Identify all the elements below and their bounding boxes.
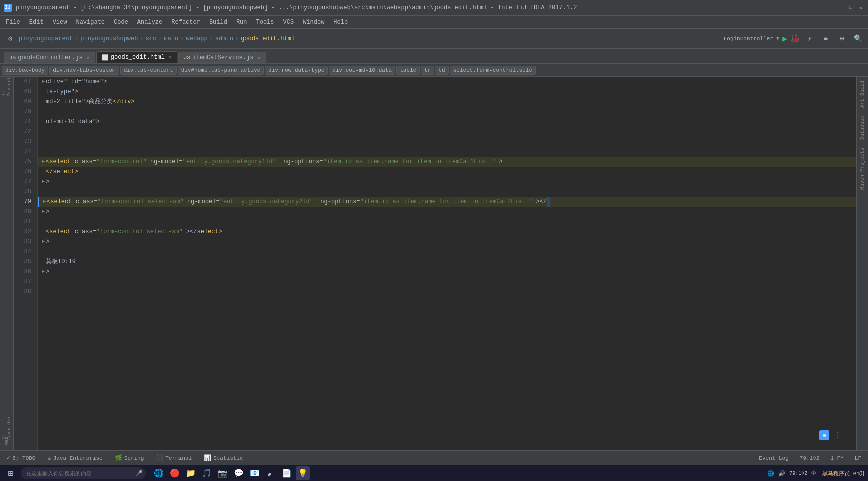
menu-code[interactable]: Code bbox=[110, 18, 132, 27]
taskbar-app-camera[interactable]: 📷 bbox=[216, 466, 230, 480]
search-toolbar-button[interactable]: 🔍 bbox=[851, 32, 864, 45]
status-event-log[interactable]: Event Log bbox=[756, 454, 791, 462]
profile-button[interactable]: ≡ bbox=[819, 32, 832, 45]
close-button[interactable]: ✕ bbox=[857, 4, 864, 11]
code-line-68: ta-type"> bbox=[38, 87, 856, 97]
sidebar-favorites-icon[interactable]: 2: Favorites bbox=[1, 422, 12, 433]
status-todo[interactable]: ✓ 6: TODO bbox=[4, 453, 38, 463]
breadcrumb-src[interactable]: src bbox=[146, 35, 157, 42]
status-lf[interactable]: LF bbox=[852, 454, 864, 462]
tab-goodscontroller[interactable]: JS goodsController.js ✕ bbox=[4, 52, 95, 63]
menu-refactor[interactable]: Refactor bbox=[167, 18, 204, 27]
path-table[interactable]: table bbox=[396, 66, 420, 75]
tab-close-goods-edit[interactable]: ✕ bbox=[169, 54, 172, 60]
menu-analyze[interactable]: Analyze bbox=[133, 18, 166, 27]
code-content: 1: Project 2: Favorites Web 67 68 69 70 … bbox=[0, 77, 868, 450]
right-tab-maven[interactable]: Maven Projects bbox=[858, 144, 867, 194]
menu-file[interactable]: File bbox=[2, 18, 24, 27]
tab-html-icon: ⬜ bbox=[102, 54, 109, 61]
status-statistic[interactable]: 📊 Statistic bbox=[201, 453, 246, 463]
path-select[interactable]: select.form-control.sele bbox=[450, 66, 536, 75]
toolbar-settings-icon[interactable]: ⚙ bbox=[4, 32, 17, 45]
menu-navigate[interactable]: Navigate bbox=[72, 18, 109, 27]
code-line-83: ▶ > bbox=[38, 237, 856, 247]
path-td[interactable]: td bbox=[435, 66, 448, 75]
float-btn[interactable]: ▣ bbox=[819, 430, 829, 440]
breadcrumb-file[interactable]: goods_edit.html bbox=[241, 35, 295, 42]
taskbar-app-paint[interactable]: 🖌 bbox=[264, 466, 278, 480]
tab-itemcatservice[interactable]: JS itemCatService.js ✕ bbox=[178, 52, 266, 63]
tab-close-goodscontroller[interactable]: ✕ bbox=[87, 55, 90, 61]
position-label: 79:1◊2 bbox=[800, 455, 820, 461]
menu-edit[interactable]: Edit bbox=[25, 18, 48, 27]
path-tr[interactable]: tr bbox=[421, 66, 434, 75]
taskbar-app-chrome[interactable]: 🔴 bbox=[168, 466, 182, 480]
code-line-67: ▶ ctive" id="home"> bbox=[38, 77, 856, 87]
path-div-nav-tabs[interactable]: div.nav-tabs-custom bbox=[49, 66, 119, 75]
minimize-button[interactable]: ─ bbox=[837, 4, 844, 11]
windows-start-button[interactable]: ⊞ bbox=[3, 466, 19, 480]
code-line-70 bbox=[38, 107, 856, 117]
breadcrumb-admin[interactable]: admin bbox=[215, 35, 233, 42]
menu-window[interactable]: Window bbox=[299, 18, 328, 27]
taskbar-app-edge[interactable]: 🌐 bbox=[152, 466, 166, 480]
status-position[interactable]: 79:1◊2 bbox=[797, 454, 823, 462]
run-button[interactable]: ▶ bbox=[782, 34, 787, 44]
window-title: pinyougouparent - [E:\shanghai34\pinyoug… bbox=[16, 4, 833, 11]
path-div-col[interactable]: div.col-md-10.data bbox=[329, 66, 395, 75]
code-editor[interactable]: ▶ ctive" id="home"> ta-type"> md-2 title… bbox=[38, 77, 856, 450]
menu-vcs[interactable]: VCS bbox=[279, 18, 298, 27]
spring-label: Spring bbox=[124, 455, 144, 461]
path-div-row[interactable]: div.row.data-type bbox=[265, 66, 328, 75]
right-tab-artbuild[interactable]: Art Build bbox=[858, 77, 867, 112]
run-config-label: LoginController bbox=[724, 36, 773, 42]
debug-button[interactable]: 🐞 bbox=[790, 34, 800, 44]
code-line-80: ▶ > bbox=[38, 207, 856, 217]
status-encoding[interactable]: 1 F¥ bbox=[827, 454, 846, 462]
code-line-74 bbox=[38, 147, 856, 157]
maximize-button[interactable]: □ bbox=[847, 4, 854, 11]
path-div-home[interactable]: div#home.tab-pane.active bbox=[178, 66, 264, 75]
status-terminal[interactable]: ⬛ Terminal bbox=[153, 453, 195, 463]
statistic-label: Statistic bbox=[213, 455, 243, 461]
menu-run[interactable]: Run bbox=[232, 18, 251, 27]
taskbar-app-pdf[interactable]: 📄 bbox=[280, 466, 294, 480]
taskbar-network-icon: 🌐 bbox=[767, 470, 774, 477]
code-line-86: ▶ > bbox=[38, 267, 856, 277]
todo-label: 6: TODO bbox=[12, 455, 35, 461]
status-spring[interactable]: 🌿 Spring bbox=[112, 453, 147, 463]
float-icon: ⋮ bbox=[833, 430, 841, 440]
run-config-dropdown[interactable]: ▼ bbox=[776, 36, 780, 42]
menu-help[interactable]: Help bbox=[329, 18, 352, 27]
taskbar-search-wrap: 🎤 bbox=[21, 467, 146, 479]
breadcrumb-main[interactable]: main bbox=[164, 35, 178, 42]
taskbar-app-file[interactable]: 📁 bbox=[184, 466, 198, 480]
tab-close-itemcatservice[interactable]: ✕ bbox=[258, 55, 261, 61]
taskbar-app-mail[interactable]: 📧 bbox=[248, 466, 262, 480]
tab-label-itemcatservice: itemCatService.js bbox=[192, 54, 253, 61]
taskbar-app-chat[interactable]: 💬 bbox=[232, 466, 246, 480]
java-label: Java Enterprise bbox=[53, 455, 103, 461]
taskbar-search-input[interactable] bbox=[21, 467, 146, 479]
menu-tools[interactable]: Tools bbox=[252, 18, 278, 27]
path-div-tab-content[interactable]: div.tab-content bbox=[120, 66, 177, 75]
tab-goods-edit[interactable]: ⬜ goods_edit.html ✕ bbox=[96, 51, 177, 63]
menu-view[interactable]: View bbox=[49, 18, 71, 27]
taskbar-app-music[interactable]: 🎵 bbox=[200, 466, 214, 480]
coverage-button[interactable]: ⚡ bbox=[803, 32, 816, 45]
code-line-69: md-2 title">商品分类</div> bbox=[38, 97, 856, 107]
sidebar-project-icon[interactable]: 1: Project bbox=[1, 81, 12, 92]
code-line-77: ▶ > bbox=[38, 177, 856, 187]
status-java[interactable]: ☕ Java Enterprise bbox=[44, 453, 105, 463]
right-tab-database[interactable]: Database bbox=[858, 112, 867, 144]
taskbar-app-idea[interactable]: 💡 bbox=[296, 466, 310, 480]
floating-actions: ▣ ⋮ bbox=[819, 430, 841, 440]
path-div-box-body[interactable]: div.box-body bbox=[2, 66, 48, 75]
lf-label: LF bbox=[855, 455, 861, 461]
breadcrumb-webapp[interactable]: webapp bbox=[186, 35, 207, 42]
sidebar-web-icon[interactable]: Web bbox=[1, 435, 12, 446]
breadcrumb-pinyougouparent[interactable]: pinyougouparent bbox=[19, 35, 73, 42]
menu-build[interactable]: Build bbox=[205, 18, 231, 27]
grid-button[interactable]: ⊞ bbox=[835, 32, 848, 45]
breadcrumb-pinyougoushopweb[interactable]: pinyougoushopweb bbox=[80, 35, 138, 42]
